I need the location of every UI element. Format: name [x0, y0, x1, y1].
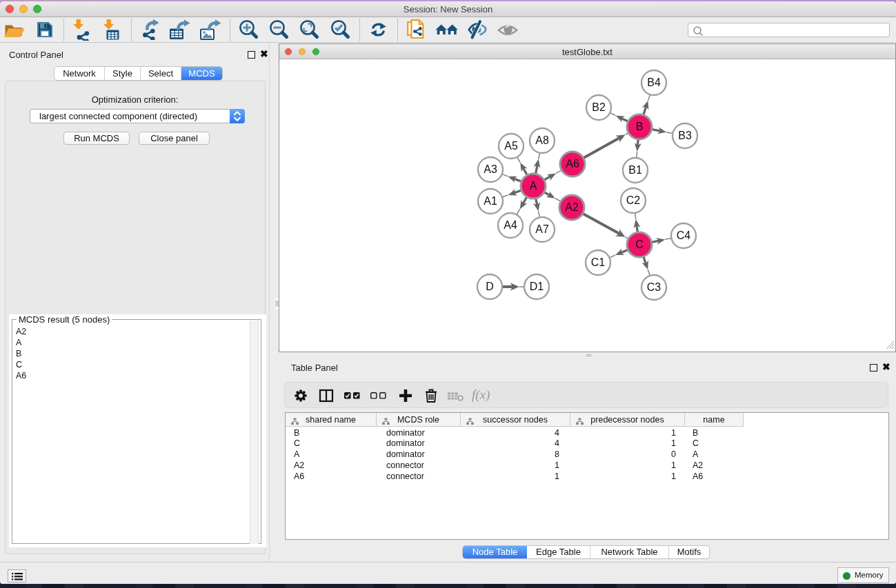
svg-text:C2: C2	[626, 194, 641, 206]
svg-text:A3: A3	[484, 163, 497, 175]
svg-text:A5: A5	[504, 140, 518, 152]
svg-text:C1: C1	[591, 256, 606, 268]
svg-text:A8: A8	[535, 134, 549, 146]
svg-text:B: B	[636, 121, 644, 132]
svg-text:B1: B1	[628, 164, 642, 176]
svg-text:D: D	[486, 281, 494, 292]
svg-text:D1: D1	[530, 281, 544, 292]
svg-text:A2: A2	[565, 201, 579, 213]
svg-text:A7: A7	[535, 223, 549, 235]
svg-text:C4: C4	[677, 230, 691, 241]
svg-text:C: C	[635, 239, 644, 250]
svg-text:A6: A6	[566, 158, 579, 170]
svg-text:A1: A1	[484, 195, 497, 207]
svg-text:A: A	[530, 180, 537, 192]
svg-text:A4: A4	[504, 219, 517, 231]
svg-text:B2: B2	[592, 101, 606, 113]
svg-text:B3: B3	[678, 130, 692, 141]
svg-text:B4: B4	[647, 77, 661, 88]
svg-text:C3: C3	[647, 281, 661, 293]
